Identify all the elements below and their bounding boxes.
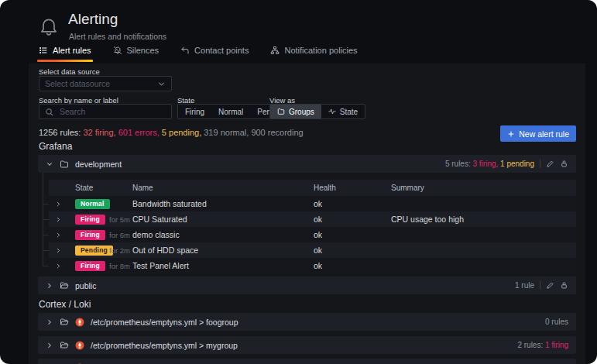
rules-table: State Name Health Summary Normal Bandwid… [49, 180, 576, 273]
group-meta: 5 rules: 3 firing, 1 pending [445, 160, 568, 168]
state-filter-normal[interactable]: Normal [211, 105, 250, 118]
state-filter-firing[interactable]: Firing [178, 105, 211, 118]
pulse-icon [328, 108, 336, 115]
tab-label: Contact points [194, 46, 249, 55]
status-badge: Firing [75, 261, 105, 271]
sitemap-icon [270, 46, 280, 55]
tab-silences[interactable]: Silences [112, 43, 161, 62]
divider [540, 160, 540, 168]
search-box [39, 104, 172, 119]
rule-name: Test Panel Alert [132, 261, 314, 270]
tab-label: Notification policies [284, 46, 357, 55]
chevron-down-icon [157, 80, 166, 88]
table-row[interactable]: Normal Bandwidth saturated ok [49, 196, 576, 211]
rule-health: ok [314, 261, 391, 270]
chevron-right-icon[interactable] [55, 216, 62, 223]
group-rule-count: 5 rules: 3 firing, 1 pending [445, 160, 534, 168]
plus-icon [507, 130, 515, 138]
alerting-page: Alerting Alert rules and notifications A… [0, 0, 597, 364]
tree-guide [43, 266, 49, 266]
group-row-development[interactable]: development 5 rules: 3 firing, 1 pending [38, 155, 576, 173]
corner-arrow-icon [180, 46, 190, 55]
rules-pending: 5 pending, [162, 128, 201, 137]
group-row-partial[interactable]: /etc/prometheus/rules.yml > foogroup 0 r… [38, 359, 576, 364]
chevron-right-icon[interactable] [46, 318, 53, 326]
status-badge: Normal [75, 199, 110, 209]
chevron-right-icon[interactable] [55, 263, 62, 270]
search-icon [45, 108, 53, 116]
view-as-group: Groups State [269, 104, 365, 119]
col-health: Health [314, 184, 391, 192]
chevron-down-icon[interactable] [46, 160, 53, 168]
chevron-right-icon[interactable] [46, 342, 53, 349]
group-row-mygroup[interactable]: /etc/prometheus/emptyns.yml > mygroup 2 … [38, 336, 576, 354]
rule-name: Out of HDD space [132, 246, 314, 255]
view-as-state-label: State [340, 108, 358, 116]
group-meta: 1 rule [515, 281, 568, 290]
col-name: Name [132, 184, 314, 192]
prometheus-icon [75, 341, 84, 350]
chevron-right-icon[interactable] [46, 282, 53, 290]
chevron-right-icon[interactable] [55, 201, 62, 208]
list-icon [39, 46, 48, 55]
section-title-grafana: Grafana [39, 141, 72, 152]
group-rule-count: 1 rule [515, 281, 534, 290]
active-tab-underline [37, 60, 93, 62]
search-input[interactable] [58, 106, 166, 117]
rules-errors: 601 errors, [118, 128, 160, 137]
rule-name: Bandwidth saturated [132, 199, 314, 208]
group-row-foogroup[interactable]: /etc/prometheus/emptyns.yml > foogroup 0… [38, 313, 576, 331]
state-filter-firing-label: Firing [185, 108, 204, 116]
lock-button[interactable] [560, 160, 568, 168]
status-badge: Firing [75, 230, 105, 240]
datasource-placeholder: Select datasource [45, 79, 153, 88]
group-name: /etc/prometheus/emptyns.yml > foogroup [91, 318, 238, 327]
rule-name: demo classic [132, 230, 314, 239]
divider [540, 281, 540, 290]
alert-rules-panel: Select data source Select datasource Sea… [29, 64, 585, 364]
rule-health: ok [314, 199, 391, 208]
prometheus-icon [75, 318, 84, 327]
group-name: public [75, 281, 96, 290]
view-as-groups-label: Groups [289, 108, 314, 116]
folder-icon [277, 108, 285, 115]
group-rule-count: 2 rules: 1 firing [517, 341, 568, 349]
tab-alert-rules[interactable]: Alert rules [37, 43, 93, 62]
folder-open-icon [60, 318, 69, 327]
state-filter-normal-label: Normal [218, 108, 243, 116]
pencil-icon [546, 160, 554, 168]
status-badge: Firing [75, 215, 105, 225]
new-alert-rule-button[interactable]: New alert rule [500, 125, 576, 142]
group-meta: 0 rules [545, 318, 568, 326]
for-duration: for 8m [109, 262, 132, 270]
table-row[interactable]: Pending for 2m Out of HDD space ok [49, 242, 576, 258]
rule-health: ok [314, 215, 391, 224]
edit-group-button[interactable] [546, 281, 554, 290]
chevron-right-icon[interactable] [55, 247, 62, 254]
table-row[interactable]: Firing for 5m CPU Saturated ok CPU usage… [49, 211, 576, 227]
col-state: State [75, 184, 132, 192]
tab-label: Alert rules [53, 46, 91, 55]
table-row[interactable]: Firing for 8m Test Panel Alert ok [49, 258, 576, 273]
tab-notification-policies[interactable]: Notification policies [269, 43, 359, 62]
status-badge: Pending [75, 246, 113, 256]
rule-name: CPU Saturated [132, 215, 314, 224]
tree-guide [43, 219, 49, 220]
tab-contact-points[interactable]: Contact points [179, 43, 250, 62]
view-as-state[interactable]: State [321, 105, 365, 118]
for-duration: for 2m [109, 246, 132, 255]
for-duration: for 6m [109, 231, 132, 239]
group-name: development [75, 160, 122, 169]
edit-group-button[interactable] [546, 160, 554, 168]
table-row[interactable]: Firing for 6m demo classic ok [49, 227, 576, 242]
group-row-public[interactable]: public 1 rule [38, 276, 576, 294]
rules-total: 1256 rules: [39, 128, 81, 137]
lock-button[interactable] [560, 281, 568, 290]
table-header: State Name Health Summary [49, 180, 576, 196]
tree-guide [43, 204, 49, 204]
view-as-groups[interactable]: Groups [270, 105, 321, 118]
chevron-right-icon[interactable] [55, 232, 62, 239]
tab-label: Silences [127, 46, 160, 55]
rules-normal-recording: 319 normal, 900 recording [204, 128, 303, 137]
datasource-select[interactable]: Select datasource [39, 76, 172, 91]
